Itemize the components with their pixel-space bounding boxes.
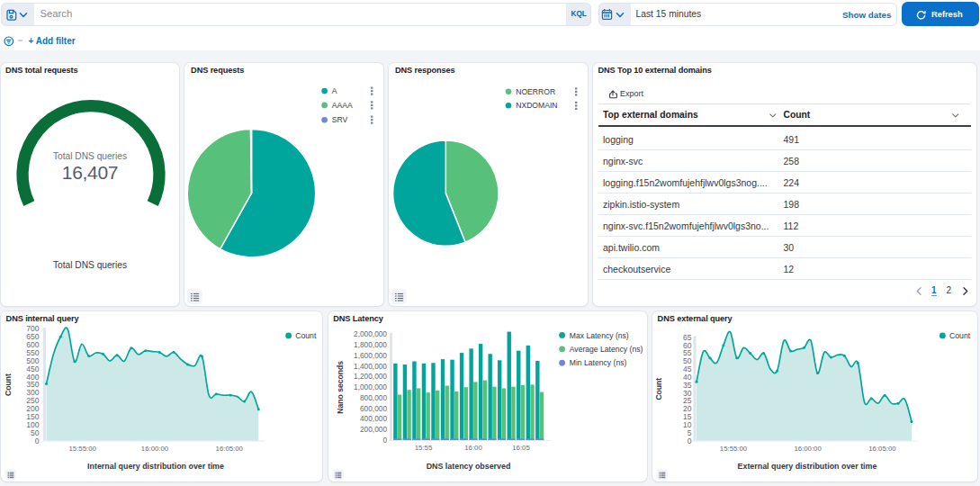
svg-text:Count: Count — [655, 377, 664, 400]
svg-text:700: 700 — [26, 324, 39, 333]
svg-text:50: 50 — [683, 356, 692, 365]
svg-text:15:55:00: 15:55:00 — [720, 444, 748, 452]
svg-text:250: 250 — [26, 396, 39, 405]
svg-text:SRV: SRV — [332, 115, 348, 124]
svg-text:350: 350 — [26, 380, 39, 389]
svg-text:Nano seconds: Nano seconds — [336, 360, 345, 413]
svg-text:16:00:00: 16:00:00 — [794, 444, 822, 452]
svg-text:50: 50 — [31, 428, 40, 436]
svg-text:16:00: 16:00 — [464, 444, 482, 452]
svg-text:25: 25 — [683, 396, 692, 405]
svg-text:550: 550 — [26, 347, 39, 356]
svg-text:16:00:00: 16:00:00 — [141, 444, 169, 452]
svg-text:200: 200 — [26, 404, 39, 413]
svg-text:60: 60 — [683, 340, 692, 349]
svg-text:35: 35 — [683, 380, 692, 389]
svg-text:200,000: 200,000 — [360, 425, 387, 434]
svg-text:0: 0 — [35, 436, 40, 445]
svg-text:1,800,000: 1,800,000 — [354, 340, 387, 349]
svg-text:300: 300 — [26, 388, 39, 397]
svg-text:15:55: 15:55 — [414, 444, 432, 452]
svg-text:400: 400 — [26, 372, 39, 381]
svg-text:450: 450 — [26, 364, 39, 373]
svg-text:15: 15 — [683, 412, 692, 421]
svg-text:External query distribution ov: External query distribution over time — [738, 461, 877, 470]
svg-text:55: 55 — [683, 348, 692, 357]
svg-text:1,000,000: 1,000,000 — [354, 382, 387, 392]
svg-text:16:05:00: 16:05:00 — [216, 444, 244, 452]
svg-text:600: 600 — [26, 340, 39, 349]
svg-text:150: 150 — [26, 411, 39, 420]
svg-text:1,600,000: 1,600,000 — [354, 350, 387, 359]
svg-text:0: 0 — [382, 435, 387, 444]
svg-text:500: 500 — [26, 356, 39, 364]
svg-text:Count: Count — [295, 331, 317, 340]
svg-text:800,000: 800,000 — [360, 392, 387, 401]
svg-text:Max Latency (ns): Max Latency (ns) — [569, 330, 628, 339]
svg-text:DNS latency observed: DNS latency observed — [426, 461, 510, 470]
svg-text:45: 45 — [683, 364, 692, 374]
svg-text:400,000: 400,000 — [360, 414, 387, 423]
svg-text:1,200,000: 1,200,000 — [354, 372, 387, 381]
svg-text:5: 5 — [688, 428, 692, 436]
svg-text:2,000,000: 2,000,000 — [354, 329, 387, 338]
svg-text:Average Latency (ns): Average Latency (ns) — [569, 344, 643, 353]
svg-text:AAAA: AAAA — [332, 101, 353, 110]
svg-text:1,400,000: 1,400,000 — [354, 361, 387, 370]
svg-text:NXDOMAIN: NXDOMAIN — [516, 101, 557, 110]
svg-text:0: 0 — [688, 436, 692, 445]
svg-text:600,000: 600,000 — [360, 403, 387, 412]
svg-text:20: 20 — [683, 404, 692, 413]
svg-text:10: 10 — [683, 419, 692, 428]
svg-text:15:55:00: 15:55:00 — [69, 444, 97, 452]
svg-text:Count: Count — [949, 331, 971, 340]
svg-text:16:05:00: 16:05:00 — [868, 444, 896, 452]
svg-text:A: A — [332, 86, 337, 95]
svg-text:100: 100 — [26, 419, 39, 428]
svg-text:Min Latency (ns): Min Latency (ns) — [569, 358, 626, 367]
svg-text:Internal query distribution ov: Internal query distribution over time — [87, 461, 224, 470]
svg-text:65: 65 — [683, 332, 692, 341]
svg-text:30: 30 — [683, 388, 692, 397]
svg-text:Count: Count — [4, 373, 13, 395]
svg-text:NOERROR: NOERROR — [516, 86, 555, 95]
svg-text:650: 650 — [26, 332, 39, 341]
svg-text:16:05: 16:05 — [512, 444, 530, 452]
svg-text:40: 40 — [683, 372, 692, 381]
